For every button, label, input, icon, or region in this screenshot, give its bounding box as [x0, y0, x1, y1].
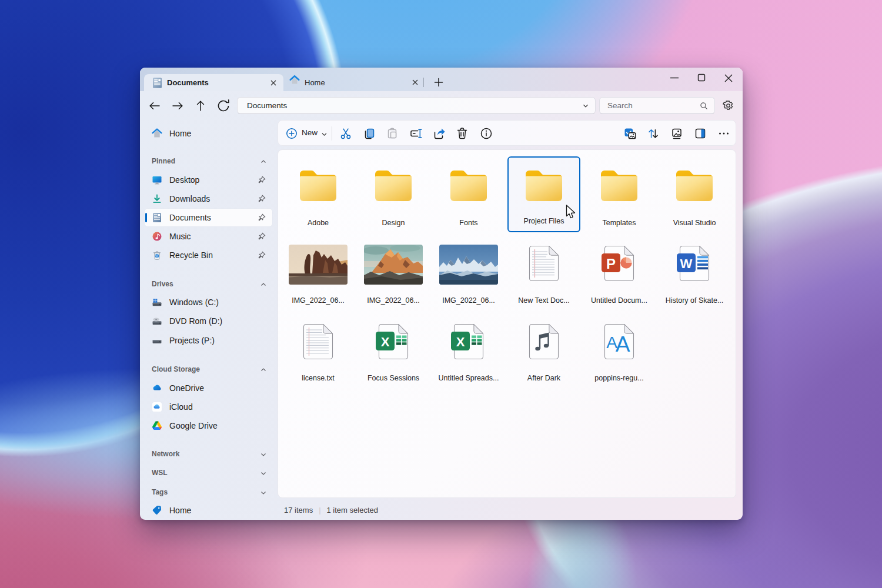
svg-text:A: A	[616, 332, 630, 356]
svg-text:P: P	[606, 256, 616, 272]
svg-text:X: X	[456, 335, 465, 349]
svg-text:X: X	[381, 335, 390, 349]
svg-text:W: W	[680, 256, 693, 271]
